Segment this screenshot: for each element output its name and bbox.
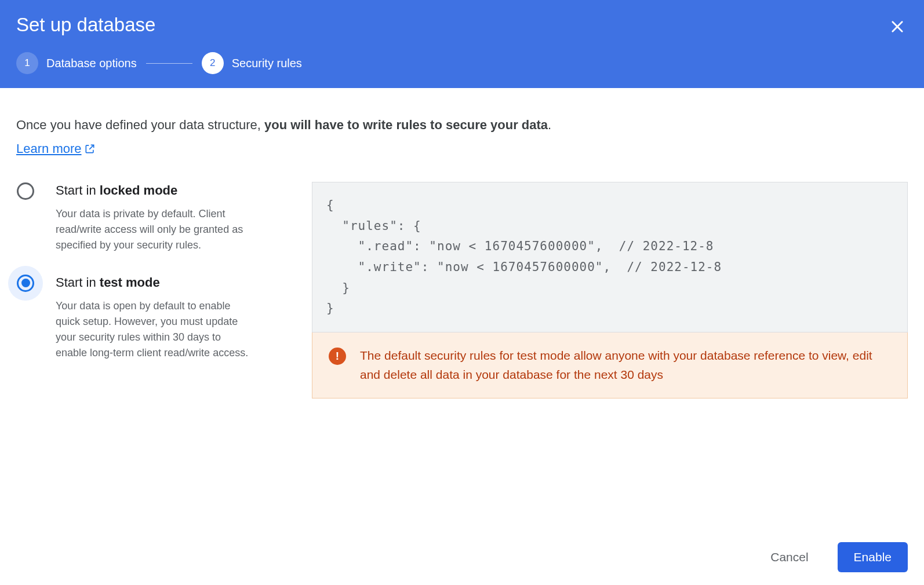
- dialog-content: Once you have defined your data structur…: [0, 88, 924, 398]
- step-connector: [146, 63, 192, 64]
- stepper: 1 Database options 2 Security rules: [16, 52, 908, 74]
- learn-more-link[interactable]: Learn more: [16, 141, 96, 156]
- warning-banner: ! The default security rules for test mo…: [312, 332, 908, 398]
- intro-suffix: .: [548, 118, 551, 132]
- option-title: Start in test mode: [56, 274, 253, 290]
- radio-wrapper: [8, 266, 43, 301]
- external-link-icon: [84, 143, 96, 155]
- radio-checked-icon: [17, 275, 34, 292]
- enable-button[interactable]: Enable: [838, 542, 908, 572]
- step-number: 1: [16, 52, 38, 74]
- intro-bold: you will have to write rules to secure y…: [264, 118, 548, 132]
- intro-prefix: Once you have defined your data structur…: [16, 118, 264, 132]
- intro-text: Once you have defined your data structur…: [16, 116, 908, 134]
- step-security-rules[interactable]: 2 Security rules: [202, 52, 302, 74]
- learn-more-label: Learn more: [16, 141, 82, 156]
- mode-options: Start in locked mode Your data is privat…: [16, 182, 289, 398]
- step-database-options[interactable]: 1 Database options: [16, 52, 137, 74]
- cancel-button[interactable]: Cancel: [754, 542, 824, 572]
- step-number: 2: [202, 52, 224, 74]
- option-test-mode[interactable]: Start in test mode Your data is open by …: [16, 274, 289, 361]
- radio-wrapper: [8, 174, 43, 209]
- radio-unchecked-icon: [17, 182, 34, 200]
- warning-text: The default security rules for test mode…: [360, 346, 891, 384]
- option-description: Your data is open by default to enable q…: [56, 298, 253, 361]
- dialog-header: Set up database 1 Database options 2 Sec…: [0, 0, 924, 88]
- option-locked-mode[interactable]: Start in locked mode Your data is privat…: [16, 182, 289, 253]
- step-label: Security rules: [232, 57, 302, 70]
- option-description: Your data is private by default. Client …: [56, 206, 253, 253]
- rules-preview-column: { "rules": { ".read": "now < 16704576000…: [312, 182, 908, 398]
- option-title: Start in locked mode: [56, 182, 253, 198]
- rules-code-preview: { "rules": { ".read": "now < 16704576000…: [312, 182, 908, 332]
- warning-icon: !: [329, 348, 346, 365]
- close-icon: [889, 19, 905, 35]
- close-button[interactable]: [887, 16, 908, 37]
- dialog-title: Set up database: [16, 14, 908, 36]
- step-label: Database options: [46, 57, 137, 70]
- dialog-footer: Cancel Enable: [754, 542, 908, 572]
